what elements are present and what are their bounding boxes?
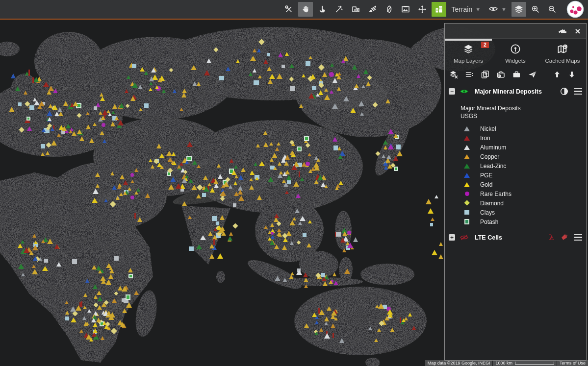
- deposit-marker: [285, 170, 290, 174]
- add-card-button[interactable]: [481, 70, 490, 80]
- tag-icon[interactable]: [560, 233, 568, 242]
- deposit-marker: [285, 155, 290, 160]
- close-panel-button[interactable]: ×: [571, 25, 584, 37]
- deposit-marker: [151, 68, 156, 73]
- layers-icon: [514, 4, 524, 14]
- deposit-marker: [428, 208, 434, 214]
- deposit-marker: [277, 232, 281, 236]
- send-plane-button[interactable]: [528, 70, 537, 80]
- legend-subtitle: USGS: [460, 112, 586, 120]
- deposit-marker: [130, 180, 134, 183]
- deposit-marker: [300, 177, 304, 181]
- deposit-marker: [56, 262, 61, 267]
- deposit-marker: [94, 295, 98, 299]
- deposit-marker: [127, 75, 130, 79]
- style-swatches-button[interactable]: [557, 25, 569, 37]
- legend-label: Aluminum: [480, 144, 506, 151]
- remove-layers-button[interactable]: [449, 70, 459, 80]
- deposit-marker: [283, 182, 288, 187]
- buildings-3d-button[interactable]: [432, 2, 446, 17]
- pan-arrows-button[interactable]: [415, 2, 430, 17]
- deposit-marker: [377, 328, 381, 332]
- layers-panel-button[interactable]: [511, 2, 526, 17]
- deposit-marker: [151, 165, 154, 169]
- deposit-marker: [296, 194, 301, 198]
- move-layer-down-button[interactable]: [568, 71, 576, 80]
- deposit-marker: [329, 72, 334, 77]
- terms-of-use-link[interactable]: Terms of Use: [557, 360, 588, 366]
- contrast-icon[interactable]: [560, 87, 568, 96]
- deposit-marker: [123, 191, 127, 195]
- layer-menu-icon[interactable]: [574, 234, 582, 242]
- deposit-marker: [324, 317, 329, 321]
- legend-title: Major Mineral Deposits: [460, 104, 586, 112]
- deposit-marker: [344, 268, 350, 274]
- layer-list-button[interactable]: [465, 70, 474, 80]
- layer-title[interactable]: LTE Cells: [475, 234, 502, 241]
- deposit-marker: [71, 317, 77, 322]
- tab-cached-maps[interactable]: Cached Maps: [539, 39, 586, 67]
- legend-symbol: [460, 154, 473, 159]
- deposit-marker: [385, 99, 390, 103]
- deposit-marker: [134, 291, 139, 295]
- deposit-marker: [289, 64, 294, 68]
- deposit-marker: [378, 303, 384, 309]
- deposit-marker: [263, 59, 268, 64]
- add-case-button[interactable]: [496, 70, 506, 80]
- deposit-marker: [232, 223, 238, 228]
- deposit-marker: [324, 333, 330, 339]
- deposit-marker: [307, 243, 311, 247]
- deposit-marker: [41, 152, 45, 156]
- deposit-marker: [249, 185, 254, 190]
- pan-tool-button[interactable]: [298, 2, 313, 17]
- cached-map-icon: [557, 44, 568, 55]
- visibility-dropdown[interactable]: ▼: [488, 5, 507, 14]
- deposit-marker: [390, 328, 395, 332]
- deposit-marker: [47, 111, 52, 116]
- screenshot-button[interactable]: [398, 2, 413, 17]
- deposit-marker: [236, 59, 240, 63]
- collapse-layer-button[interactable]: −: [449, 88, 455, 95]
- briefcase-button[interactable]: [512, 70, 521, 80]
- tab-widgets[interactable]: Widgets: [492, 39, 539, 67]
- deposit-marker: [104, 199, 108, 202]
- deposit-marker: [324, 88, 328, 92]
- zoom-out-button[interactable]: [545, 2, 560, 17]
- map-reveal-button[interactable]: [348, 2, 363, 17]
- deposit-marker: [332, 103, 338, 109]
- deposit-marker: [290, 86, 295, 91]
- move-layer-up-button[interactable]: [553, 71, 561, 80]
- zoom-in-button[interactable]: [528, 2, 543, 17]
- deposit-marker: [367, 75, 372, 80]
- deposit-marker: [111, 111, 115, 114]
- layer-menu-icon[interactable]: [574, 88, 582, 96]
- deposit-marker: [119, 103, 124, 108]
- magic-wand-button[interactable]: [332, 2, 346, 17]
- legend-label: Rare Earths: [480, 191, 511, 197]
- layer-hidden-eye-icon[interactable]: [460, 234, 469, 241]
- map-data-credit: Map data ©2019 Google, INEGI: [425, 360, 493, 366]
- deposit-marker: [130, 173, 134, 176]
- select-tool-button[interactable]: [315, 2, 330, 17]
- deposit-marker: [298, 221, 302, 225]
- deposit-marker: [332, 333, 334, 339]
- app-logo[interactable]: [566, 0, 584, 18]
- leaf-button[interactable]: [382, 2, 396, 17]
- tools-button[interactable]: [281, 2, 296, 17]
- map-eye-icon: [351, 5, 360, 14]
- expand-layer-button[interactable]: +: [449, 234, 455, 241]
- deposit-marker: [62, 126, 67, 131]
- lambda-icon[interactable]: λ: [549, 234, 554, 241]
- deposit-marker: [112, 104, 117, 109]
- deposit-marker: [374, 339, 378, 342]
- deposit-marker: [186, 156, 192, 161]
- deposit-marker: [324, 95, 330, 100]
- deposit-marker: [206, 58, 211, 63]
- layer-title[interactable]: Major Mineral Deposits: [475, 88, 542, 95]
- terrain-style-dropdown[interactable]: Terrain ▼: [451, 5, 481, 13]
- deposit-marker: [336, 232, 341, 237]
- deposit-marker: [308, 169, 312, 173]
- terrain-profile-button[interactable]: [365, 2, 380, 17]
- deposit-marker: [290, 241, 294, 245]
- layer-visible-eye-icon[interactable]: [460, 88, 469, 95]
